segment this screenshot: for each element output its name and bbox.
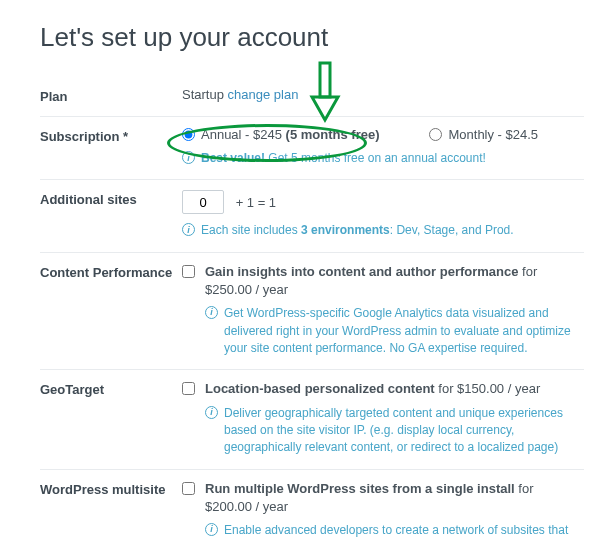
subscription-monthly-text: Monthly - $24.5: [448, 127, 538, 142]
plan-value: Startup change plan: [182, 87, 584, 102]
row-plan: Plan Startup change plan: [40, 77, 584, 117]
row-subscription: Subscription * Annual - $245 (5 months f…: [40, 117, 584, 180]
row-content-performance: Content Performance Gain insights into c…: [40, 253, 584, 371]
row-multisite: WordPress multisite Run multiple WordPre…: [40, 470, 584, 537]
subscription-annual-radio[interactable]: [182, 128, 195, 141]
info-icon: i: [205, 306, 218, 319]
geo-checkbox[interactable]: [182, 382, 195, 395]
subscription-info: i Best value! Get 5 months free on an an…: [182, 150, 584, 167]
info-icon: i: [182, 151, 195, 164]
info-icon: i: [182, 223, 195, 236]
plan-label: Plan: [40, 87, 182, 104]
multisite-checkbox[interactable]: [182, 482, 195, 495]
content-perf-label: Content Performance: [40, 263, 182, 280]
multisite-label: WordPress multisite: [40, 480, 182, 497]
change-plan-link[interactable]: change plan: [228, 87, 299, 102]
subscription-monthly-radio[interactable]: [429, 128, 442, 141]
subscription-annual-text: Annual - $245 (5 months free): [201, 127, 379, 142]
subscription-label: Subscription *: [40, 127, 182, 144]
multisite-text: Run multiple WordPress sites from a sing…: [205, 480, 584, 537]
geo-label: GeoTarget: [40, 380, 182, 397]
info-icon: i: [205, 406, 218, 419]
page-title: Let's set up your account: [40, 22, 584, 53]
sites-info: i Each site includes 3 environments: Dev…: [182, 222, 584, 239]
row-additional-sites: Additional sites + 1 = 1 i Each site inc…: [40, 180, 584, 252]
content-perf-checkbox[interactable]: [182, 265, 195, 278]
additional-sites-input[interactable]: [182, 190, 224, 214]
content-perf-text: Gain insights into content and author pe…: [205, 263, 584, 358]
geo-text: Location-based personalized content for …: [205, 380, 584, 456]
sites-total: + 1 = 1: [236, 195, 276, 210]
row-geotarget: GeoTarget Location-based personalized co…: [40, 370, 584, 469]
info-icon: i: [205, 523, 218, 536]
account-setup-form: Let's set up your account Plan Startup c…: [0, 0, 614, 537]
subscription-monthly-option[interactable]: Monthly - $24.5: [429, 127, 538, 142]
subscription-annual-option[interactable]: Annual - $245 (5 months free): [182, 127, 379, 142]
plan-name: Startup: [182, 87, 224, 102]
sites-label: Additional sites: [40, 190, 182, 207]
